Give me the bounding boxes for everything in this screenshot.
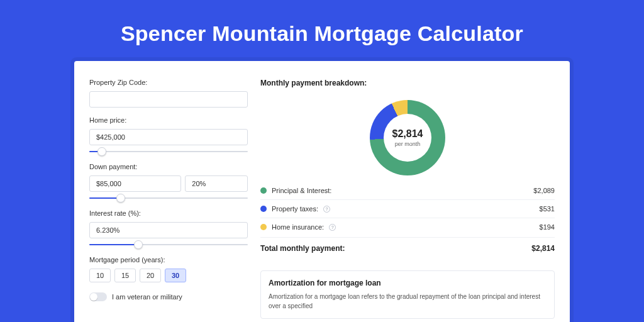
help-icon[interactable]: ? [329,224,336,231]
legend-dot [260,187,267,194]
period-option-10[interactable]: 10 [89,269,111,282]
legend-dot [260,206,267,212]
legend-label: Property taxes: [272,205,318,213]
donut-sub: per month [395,141,421,147]
legend-value: $531 [540,205,555,213]
legend: Principal & Interest:$2,089Property taxe… [260,182,555,236]
inputs-panel: Property Zip Code: Home price: Down paym… [89,79,248,322]
down-slider[interactable] [89,196,248,201]
period-option-15[interactable]: 15 [114,269,136,282]
price-slider[interactable] [89,149,248,154]
legend-value: $2,089 [533,187,555,194]
amortization-title: Amortization for mortgage loan [269,279,547,287]
price-input[interactable] [89,129,248,145]
help-icon[interactable]: ? [323,206,330,213]
zip-input[interactable] [89,91,248,108]
donut-chart: $2,814 per month [370,100,445,175]
total-value: $2,814 [531,244,555,253]
period-segmented: 10152030 [89,269,248,282]
down-label: Down payment: [89,163,248,170]
total-row: Total monthly payment: $2,814 [260,237,555,259]
rate-slider[interactable] [89,242,248,247]
legend-label: Principal & Interest: [272,187,331,194]
down-pct-input[interactable] [185,175,248,192]
legend-row: Property taxes:?$531 [260,200,555,218]
breakdown-panel: Monthly payment breakdown: $2,814 per mo… [260,79,555,322]
amortization-text: Amortization for a mortgage loan refers … [269,292,547,311]
period-label: Mortgage period (years): [89,256,248,264]
legend-dot [260,224,267,230]
period-option-30[interactable]: 30 [165,269,186,282]
price-label: Home price: [89,116,248,124]
veteran-label: I am veteran or military [112,293,182,301]
donut-chart-wrap: $2,814 per month [260,94,555,182]
down-amount-input[interactable] [89,175,181,192]
legend-value: $194 [540,223,555,231]
period-option-20[interactable]: 20 [140,269,161,282]
rate-label: Interest rate (%): [89,209,248,217]
veteran-toggle[interactable] [89,292,107,301]
total-label: Total monthly payment: [260,244,345,253]
legend-row: Principal & Interest:$2,089 [260,182,555,200]
rate-input[interactable] [89,222,248,238]
page-title: Spencer Mountain Mortgage Calculator [121,21,523,46]
legend-row: Home insurance:?$194 [260,218,555,236]
zip-label: Property Zip Code: [89,79,248,86]
legend-label: Home insurance: [272,223,324,231]
amortization-card: Amortization for mortgage loan Amortizat… [260,270,555,319]
breakdown-title: Monthly payment breakdown: [260,79,555,87]
donut-amount: $2,814 [392,128,423,140]
calculator-card: Property Zip Code: Home price: Down paym… [74,61,570,322]
